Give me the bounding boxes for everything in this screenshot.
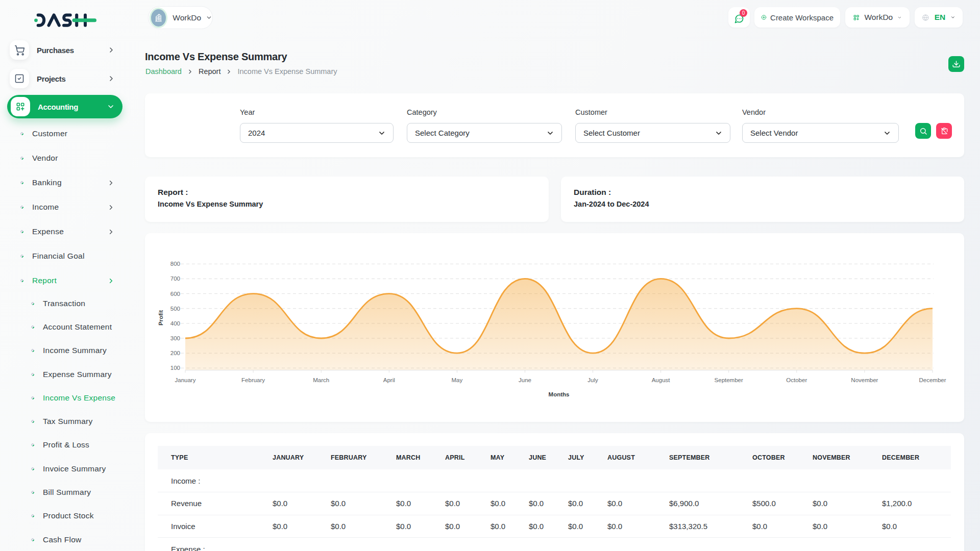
svg-text:June: June (519, 377, 531, 383)
svg-text:October: October (786, 377, 807, 383)
svg-text:800: 800 (170, 261, 180, 267)
svg-text:300: 300 (170, 335, 180, 341)
svg-text:500: 500 (170, 306, 180, 312)
svg-text:600: 600 (170, 291, 180, 297)
svg-text:400: 400 (170, 320, 180, 327)
svg-text:September: September (715, 377, 743, 383)
svg-text:100: 100 (170, 365, 180, 371)
svg-text:November: November (851, 377, 878, 383)
svg-text:January: January (175, 377, 196, 383)
svg-text:March: March (313, 377, 329, 383)
svg-text:December: December (919, 377, 946, 383)
svg-text:April: April (383, 377, 395, 383)
svg-text:Months: Months (549, 391, 570, 397)
svg-text:August: August (652, 377, 671, 383)
svg-text:July: July (587, 377, 598, 383)
svg-text:Profit: Profit (158, 310, 164, 325)
svg-text:700: 700 (170, 276, 180, 282)
svg-text:May: May (452, 377, 463, 383)
svg-text:February: February (241, 377, 265, 383)
svg-text:200: 200 (170, 350, 180, 356)
